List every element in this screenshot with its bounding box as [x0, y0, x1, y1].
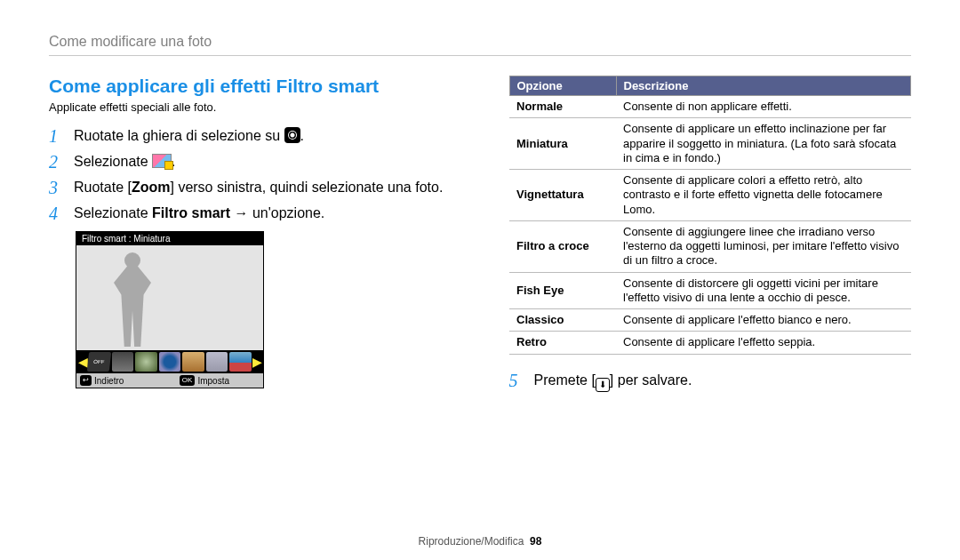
thumb[interactable] [135, 352, 157, 372]
thumb[interactable] [112, 352, 134, 372]
opt-name: Normale [509, 96, 616, 118]
step-text: Premete [ [534, 372, 596, 388]
step-text: Selezionate [74, 154, 152, 169]
divider [49, 55, 911, 56]
section-heading: Come applicare gli effetti Filtro smart [49, 76, 452, 97]
options-table: Opzione Descrizione NormaleConsente di n… [509, 76, 912, 355]
step-3: 3 Ruotate [Zoom] verso sinistra, quindi … [49, 178, 452, 198]
back-button[interactable]: ↩ Indietro [80, 375, 124, 386]
table-row: VignettaturaConsente di applicare colori… [509, 170, 911, 221]
table-row: Filtro a croceConsente di aggiungere lin… [509, 220, 911, 272]
ok-button[interactable]: OK Imposta [180, 375, 229, 386]
opt-name: Miniatura [509, 118, 616, 170]
opt-name: Vignettatura [509, 170, 616, 221]
thumb[interactable] [229, 352, 252, 372]
thumb[interactable] [182, 352, 204, 372]
col-option: Opzione [509, 76, 616, 96]
footer-section: Riproduzione/Modifica [419, 535, 524, 548]
thumb[interactable] [206, 352, 228, 372]
opt-name: Fish Eye [509, 272, 616, 309]
thumb[interactable] [159, 352, 181, 372]
opt-name: Filtro a croce [509, 220, 616, 272]
footer-page: 98 [530, 535, 541, 548]
col-description: Descrizione [616, 76, 911, 96]
step-number: 1 [49, 126, 70, 147]
step-bold: Filtro smart [152, 205, 230, 220]
step-number: 5 [509, 371, 531, 391]
step-text: Ruotate la ghiera di selezione su [74, 128, 284, 143]
opt-desc: Consente di applicare un effetto inclina… [616, 118, 911, 170]
step-bold: Zoom [132, 180, 171, 195]
preview-image [76, 245, 263, 350]
down-button-icon: ⬇ [596, 378, 610, 392]
mode-dial-icon [284, 127, 300, 143]
step-4: 4 Selezionate Filtro smart → un'opzione. [49, 204, 452, 224]
step-number: 4 [49, 204, 70, 224]
preview-footer: ↩ Indietro OK Imposta [76, 373, 263, 388]
preview-titlebar: Filtro smart : Miniatura [76, 232, 263, 245]
right-column: Opzione Descrizione NormaleConsente di n… [509, 76, 912, 397]
step-text: . [300, 128, 304, 143]
step-text: Ruotate [ [74, 180, 132, 195]
steps-list: 1 Ruotate la ghiera di selezione su . 2 … [49, 126, 452, 224]
step-text: Selezionate [74, 205, 152, 220]
back-key-icon: ↩ [80, 375, 92, 386]
steps-list-right: 5 Premete [⬇] per salvare. [509, 371, 912, 392]
step-text: ] verso sinistra, quindi selezionate una… [170, 180, 443, 195]
opt-desc: Consente di non applicare effetti. [616, 96, 911, 118]
left-column: Come applicare gli effetti Filtro smart … [49, 76, 452, 397]
photo-edit-icon [152, 154, 172, 168]
step-text: → un'opzione. [230, 205, 324, 220]
table-row: RetroConsente di applicare l'effetto sep… [509, 332, 911, 354]
opt-name: Classico [509, 309, 616, 332]
opt-desc: Consente di distorcere gli oggetti vicin… [616, 272, 911, 309]
back-label: Indietro [94, 376, 124, 386]
opt-desc: Consente di applicare l'effetto bianco e… [616, 309, 911, 332]
table-row: MiniaturaConsente di applicare un effett… [509, 118, 911, 170]
step-number: 2 [49, 152, 70, 172]
step-5: 5 Premete [⬇] per salvare. [509, 371, 912, 392]
next-thumb-button[interactable]: ▶ [252, 355, 261, 369]
opt-desc: Consente di applicare l'effetto seppia. [616, 332, 911, 354]
table-row: ClassicoConsente di applicare l'effetto … [509, 309, 911, 332]
section-intro: Applicate effetti speciali alle foto. [49, 100, 452, 114]
step-number: 3 [49, 178, 70, 198]
step-2: 2 Selezionate . [49, 152, 452, 172]
step-text: ] per salvare. [610, 372, 692, 388]
ok-key-icon: OK [180, 375, 196, 386]
thumbnail-strip: ◀ OFF ▶ [76, 350, 263, 373]
breadcrumb: Come modificare una foto [49, 34, 911, 50]
opt-name: Retro [509, 332, 616, 354]
opt-desc: Consente di aggiungere linee che irradia… [616, 220, 911, 272]
silhouette-icon [110, 252, 155, 347]
thumb-off[interactable]: OFF [87, 352, 111, 372]
prev-thumb-button[interactable]: ◀ [78, 355, 87, 369]
ok-label: Imposta [197, 376, 229, 386]
opt-desc: Consente di applicare colori a effetto r… [616, 170, 911, 221]
page-footer: Riproduzione/Modifica 98 [0, 535, 960, 548]
camera-preview: Filtro smart : Miniatura ◀ OFF ▶ ↩ [76, 231, 264, 388]
table-row: Fish EyeConsente di distorcere gli ogget… [509, 272, 911, 309]
step-1: 1 Ruotate la ghiera di selezione su . [49, 126, 452, 147]
table-row: NormaleConsente di non applicare effetti… [509, 96, 911, 118]
